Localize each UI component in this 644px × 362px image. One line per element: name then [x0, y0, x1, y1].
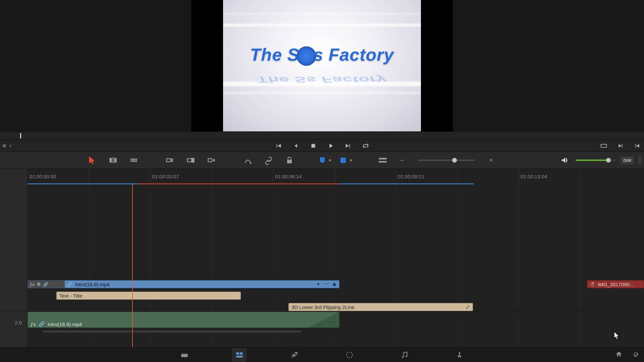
volume-thumb[interactable] [606, 158, 611, 163]
svg-rect-20 [181, 353, 188, 354]
fx-icon: ƒx [31, 321, 36, 327]
playhead[interactable] [132, 184, 133, 347]
link-icon[interactable] [263, 155, 274, 166]
offline-clip[interactable]: ⏱ IMG_2017090... [587, 280, 644, 288]
viewer-frame: The Ss Factory The Ss Factory [191, 0, 453, 131]
prev-clip-button[interactable] [633, 142, 641, 150]
razor-tool-icon[interactable] [128, 155, 140, 166]
match-frame-button[interactable] [600, 142, 608, 150]
svg-rect-3 [114, 158, 117, 163]
clip-name: Intro(16.9).mp4 [48, 321, 82, 327]
go-to-end-button[interactable] [344, 142, 352, 150]
lower-third-clip[interactable]: 3D Lower 3rd Flipping 2Line ⤢ [288, 303, 473, 311]
link-icon: 🔗 [65, 282, 72, 287]
svg-rect-16 [287, 160, 292, 164]
lock-icon[interactable] [284, 155, 295, 166]
step-back-button[interactable] [292, 142, 300, 150]
media-page-button[interactable] [177, 348, 192, 362]
ruler-label: 01:00:13:04 [521, 174, 547, 179]
timeline-toolbar: ▾ ▾ − + DIM [0, 152, 644, 169]
audio-clip[interactable]: 〰 ƒx 🔗 Intro(16.9).mp4 [28, 312, 339, 328]
svg-rect-17 [379, 158, 386, 160]
selection-tool-icon[interactable] [87, 155, 98, 166]
clip-name: Text - Title [59, 293, 82, 299]
timeline-view-options-icon[interactable] [377, 155, 388, 166]
viewer-video[interactable]: The Ss Factory The Ss Factory [223, 0, 421, 131]
settings-button[interactable] [632, 351, 639, 359]
stop-button[interactable] [309, 142, 317, 150]
curve-icon[interactable]: 〰 [324, 281, 329, 287]
title-clip[interactable]: Text - Title [56, 292, 241, 300]
flag-icon [320, 157, 325, 163]
go-to-start-button[interactable] [274, 142, 282, 150]
track-headers-gutter: 2.0 [0, 184, 28, 347]
audio-meter-icon[interactable] [639, 156, 641, 165]
loop-button[interactable] [362, 142, 370, 150]
keyframe-icon[interactable]: ◆ [332, 281, 336, 287]
zoom-out-button[interactable]: − [398, 157, 406, 164]
replace-clip-icon[interactable] [206, 155, 217, 166]
mini-timeline[interactable] [0, 131, 644, 139]
volume-icon[interactable] [559, 155, 571, 166]
mouse-cursor-icon [614, 331, 620, 339]
ruler-label: 01:00:09:21 [398, 174, 424, 179]
timeline-ruler[interactable]: 01:00:00:00 01:00:03:07 01:00:06:14 01:0… [0, 169, 644, 184]
home-button[interactable] [615, 351, 623, 359]
fx-icon: ƒx [30, 282, 35, 287]
clip-color-button[interactable]: ▾ [340, 158, 352, 163]
clip-name: IMG_2017090... [598, 282, 634, 287]
zoom-slider[interactable] [418, 160, 475, 161]
svg-point-24 [346, 352, 352, 358]
svg-rect-8 [133, 160, 134, 161]
page-nav [0, 347, 644, 362]
svg-rect-11 [167, 159, 171, 162]
ruler-gutter [0, 169, 28, 184]
fusion-page-button[interactable] [287, 348, 302, 362]
deliver-page-button[interactable] [452, 348, 467, 362]
retime-icon: ⧉ [37, 282, 40, 287]
preview-logo-reflection: The Ss Factory [257, 75, 387, 85]
color-page-button[interactable] [342, 348, 357, 362]
clip-name: Intro(16.9).mp4 [72, 282, 110, 287]
transport-bar: › [0, 139, 644, 152]
svg-rect-18 [379, 161, 386, 163]
ruler-label: 01:00:00:00 [30, 174, 56, 179]
viewer-panel: The Ss Factory The Ss Factory [0, 0, 644, 131]
clip-header: ƒx ⧉ 🔗 [28, 281, 65, 288]
insert-clip-icon[interactable] [164, 155, 176, 166]
zoom-in-button[interactable]: + [487, 157, 495, 164]
volume-slider[interactable] [576, 160, 616, 161]
overwrite-clip-icon[interactable] [185, 155, 197, 166]
dim-button[interactable]: DIM [621, 157, 634, 164]
edit-page-button[interactable] [232, 348, 247, 362]
svg-rect-13 [191, 158, 194, 163]
timeline-body[interactable]: 2.0 ƒx ⧉ 🔗 🔗 Intro(16.9).mp4 ✦ 〰 ◆ Text … [0, 184, 644, 347]
expand-icon[interactable]: ⤢ [465, 304, 470, 311]
svg-rect-2 [110, 158, 112, 163]
link-icon: 🔗 [43, 282, 48, 287]
preview-logo-text: The Ss Factory [250, 45, 394, 66]
video-clip[interactable]: ƒx ⧉ 🔗 🔗 Intro(16.9).mp4 ✦ 〰 ◆ [28, 280, 339, 288]
ruler-label: 01:00:03:07 [152, 174, 179, 179]
flag-marker-button[interactable]: ▾ [320, 157, 331, 163]
dynamic-trim-icon[interactable] [242, 155, 254, 166]
ruler-label: 01:00:06:14 [275, 174, 302, 179]
svg-rect-0 [312, 144, 315, 147]
audio-fade[interactable] [309, 312, 339, 327]
zoom-keyframe-icon[interactable]: ✦ [316, 281, 321, 287]
warning-icon: ⏱ [590, 282, 595, 287]
mini-playhead[interactable] [20, 133, 21, 138]
next-clip-button[interactable] [616, 142, 625, 150]
clip-name: 3D Lower 3rd Flipping 2Line [291, 304, 355, 310]
svg-rect-4 [113, 157, 113, 164]
play-button[interactable] [327, 142, 335, 150]
horizontal-scrollbar[interactable] [43, 330, 301, 333]
curve-icon[interactable]: 〰 [328, 319, 334, 326]
chevron-down-icon: ▾ [329, 158, 331, 163]
zoom-thumb[interactable] [452, 158, 457, 163]
fairlight-page-button[interactable] [397, 348, 412, 362]
svg-point-15 [250, 162, 252, 164]
expand-chevron-icon[interactable]: › [9, 142, 11, 149]
trim-tool-icon[interactable] [107, 155, 119, 166]
audio-track-label: 2.0 [15, 320, 22, 325]
